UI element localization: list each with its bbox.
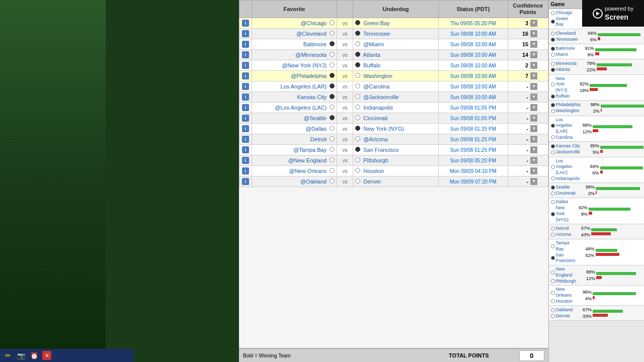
underdog-team-11[interactable]: @Arizona (363, 136, 387, 142)
confidence-cell-13[interactable]: - ▼ (508, 155, 548, 166)
favorite-team-9[interactable]: @Seattle (304, 115, 327, 121)
underdog-team-0[interactable]: Green Bay (363, 20, 390, 26)
info-button-13[interactable]: i (242, 157, 249, 164)
dist-radio2-2[interactable] (551, 53, 555, 57)
conf-dropdown-1[interactable]: ▼ (530, 30, 537, 37)
underdog-radio-7[interactable] (355, 94, 360, 99)
underdog-radio-11[interactable] (355, 136, 360, 141)
pencil-button[interactable]: ✏ (3, 351, 13, 360)
underdog-team-4[interactable]: Buffalo (363, 62, 380, 68)
dist-radio2-4[interactable] (551, 95, 555, 99)
confidence-cell-2[interactable]: 15 ▼ (508, 39, 548, 50)
favorite-team-11[interactable]: Detroit (310, 136, 327, 142)
info-button-4[interactable]: i (242, 62, 249, 69)
conf-dropdown-15[interactable]: ▼ (530, 178, 537, 185)
dist-radio2-0[interactable] (551, 20, 555, 24)
dist-radio1-11[interactable] (551, 227, 555, 231)
dist-radio1-4[interactable] (551, 82, 555, 86)
dist-radio2-10[interactable] (551, 212, 555, 216)
conf-dropdown-8[interactable]: ▼ (530, 104, 537, 111)
favorite-team-12[interactable]: @Tampa Bay (293, 147, 327, 153)
favorite-radio-3[interactable] (330, 52, 335, 57)
favorite-team-4[interactable]: @New York (NYJ) (282, 62, 327, 68)
underdog-team-13[interactable]: Pittsburgh (363, 157, 388, 163)
underdog-radio-6[interactable] (355, 83, 360, 88)
conf-dropdown-4[interactable]: ▼ (530, 62, 537, 69)
dist-radio2-14[interactable] (551, 299, 555, 303)
info-button-6[interactable]: i (242, 83, 249, 90)
dist-radio1-15[interactable] (551, 308, 555, 312)
underdog-radio-10[interactable] (355, 126, 360, 131)
confidence-cell-6[interactable]: - ▼ (508, 81, 548, 92)
conf-dropdown-10[interactable]: ▼ (530, 125, 537, 132)
conf-dropdown-2[interactable]: ▼ (530, 41, 537, 48)
underdog-radio-2[interactable] (355, 41, 360, 46)
dist-radio2-3[interactable] (551, 68, 555, 72)
underdog-radio-5[interactable] (355, 73, 360, 78)
dist-radio1-9[interactable] (551, 186, 555, 190)
conf-dropdown-14[interactable]: ▼ (530, 167, 537, 174)
dist-radio1-3[interactable] (551, 62, 555, 66)
dist-radio1-5[interactable] (551, 103, 555, 107)
info-button-9[interactable]: i (242, 115, 249, 122)
dist-radio2-1[interactable] (551, 38, 555, 42)
favorite-radio-8[interactable] (330, 105, 335, 110)
dist-radio2-6[interactable] (551, 135, 555, 139)
conf-dropdown-3[interactable]: ▼ (530, 51, 537, 58)
favorite-radio-1[interactable] (330, 31, 335, 36)
dist-radio1-13[interactable] (551, 270, 555, 275)
conf-dropdown-13[interactable]: ▼ (530, 157, 537, 164)
favorite-team-6[interactable]: Los Angeles (LAR) (281, 83, 327, 89)
dist-radio1-10[interactable] (551, 200, 555, 204)
confidence-cell-8[interactable]: - ▼ (508, 103, 548, 113)
confidence-cell-12[interactable]: - ▼ (508, 145, 548, 155)
underdog-radio-0[interactable] (355, 20, 360, 25)
conf-dropdown-0[interactable]: ▼ (530, 20, 537, 27)
info-button-15[interactable]: i (242, 178, 249, 185)
favorite-radio-4[interactable] (330, 62, 335, 67)
underdog-radio-3[interactable] (355, 52, 360, 57)
underdog-team-9[interactable]: Cincinnati (363, 115, 387, 121)
confidence-cell-4[interactable]: 2 ▼ (508, 60, 548, 71)
underdog-team-1[interactable]: Tennessee (363, 31, 390, 37)
info-button-0[interactable]: i (242, 20, 249, 27)
underdog-radio-14[interactable] (355, 168, 360, 173)
underdog-radio-8[interactable] (355, 105, 360, 110)
underdog-team-3[interactable]: Atlanta (363, 52, 380, 58)
underdog-radio-4[interactable] (355, 62, 360, 67)
favorite-team-14[interactable]: @New Orleans (289, 168, 327, 174)
info-button-5[interactable]: i (242, 72, 249, 79)
underdog-team-14[interactable]: Houston (363, 168, 384, 174)
dist-radio1-7[interactable] (551, 144, 555, 148)
info-button-7[interactable]: i (242, 94, 249, 101)
dist-radio2-5[interactable] (551, 109, 555, 113)
camera-button[interactable]: 📷 (16, 351, 26, 360)
favorite-radio-12[interactable] (330, 147, 335, 152)
dist-radio1-8[interactable] (551, 165, 555, 169)
favorite-radio-2[interactable] (330, 41, 335, 46)
conf-dropdown-6[interactable]: ▼ (530, 83, 537, 90)
favorite-radio-6[interactable] (330, 83, 335, 88)
clock-button[interactable]: ⏰ (29, 351, 39, 360)
confidence-cell-14[interactable]: - ▼ (508, 166, 548, 176)
underdog-radio-1[interactable] (355, 31, 360, 36)
underdog-team-5[interactable]: Washington (363, 73, 392, 79)
underdog-radio-15[interactable] (355, 178, 360, 184)
favorite-radio-15[interactable] (330, 178, 335, 184)
favorite-radio-9[interactable] (330, 115, 335, 120)
favorite-radio-14[interactable] (330, 168, 335, 173)
conf-dropdown-12[interactable]: ▼ (530, 146, 537, 153)
confidence-cell-9[interactable]: - ▼ (508, 113, 548, 124)
favorite-team-2[interactable]: Baltimore (303, 41, 327, 47)
confidence-cell-1[interactable]: 16 ▼ (508, 29, 548, 39)
underdog-team-6[interactable]: @Carolina (363, 83, 389, 89)
favorite-team-5[interactable]: @Philadelphia (291, 73, 327, 79)
dist-radio2-11[interactable] (551, 233, 555, 237)
info-button-2[interactable]: i (242, 41, 249, 48)
dist-radio2-8[interactable] (551, 176, 555, 180)
favorite-team-10[interactable]: @Dallas (306, 126, 327, 132)
favorite-radio-0[interactable] (330, 20, 335, 25)
dist-radio1-2[interactable] (551, 47, 555, 51)
dist-radio1-12[interactable] (551, 244, 555, 248)
favorite-team-0[interactable]: @Chicago (301, 20, 327, 26)
